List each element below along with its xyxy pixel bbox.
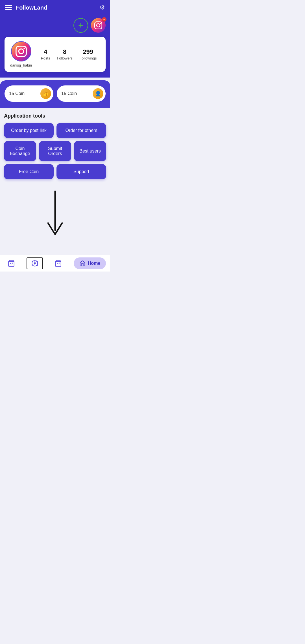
tools-row-1: Order by post link Order for others (4, 123, 106, 138)
hamburger-menu[interactable] (5, 5, 12, 10)
person-coin-icon: 👤 (93, 88, 103, 99)
arrow-section (4, 179, 106, 250)
nav-bag[interactable] (51, 259, 65, 268)
account-buttons-row: − (5, 18, 106, 33)
nav-coin[interactable] (27, 257, 43, 269)
followers-coin-label: 15 Coin (61, 91, 77, 96)
free-coin-button[interactable]: Free Coin (4, 164, 54, 179)
stat-posts: 4 Posts (41, 48, 50, 60)
profile-username: danisg_habin (10, 63, 32, 67)
bottom-navigation: Home (0, 255, 110, 272)
nav-cart[interactable] (4, 259, 18, 268)
nav-home-button[interactable]: Home (74, 257, 106, 269)
support-button[interactable]: Support (56, 164, 106, 179)
stat-followers: 8 Followers (57, 48, 73, 60)
order-others-button[interactable]: Order for others (56, 123, 106, 138)
notification-badge: − (102, 17, 107, 22)
top-section: − danisg_habin 4 Posts 8 Followers 299 (0, 15, 110, 78)
profile-avatar (11, 41, 31, 61)
thumbs-up-coin-icon: 👍 (40, 88, 51, 99)
order-post-link-button[interactable]: Order by post link (4, 123, 54, 138)
arrow-down-icon (44, 191, 66, 241)
nav-home-label: Home (88, 261, 100, 266)
stat-followings: 299 Followings (79, 48, 97, 60)
profile-card: danisg_habin 4 Posts 8 Followers 299 Fol… (5, 37, 106, 72)
coin-exchange-button[interactable]: Coin Exchange (4, 141, 36, 161)
best-users-button[interactable]: Best users (74, 141, 106, 161)
app-header: FollowLand ⚙ (0, 0, 110, 15)
followers-label: Followers (57, 56, 73, 60)
likes-coin-pill[interactable]: 15 Coin 👍 (5, 85, 53, 102)
followers-coin-pill[interactable]: 15 Coin 👤 (57, 85, 106, 102)
followings-label: Followings (79, 56, 97, 60)
followings-count: 299 (83, 48, 93, 56)
profile-avatar-section: danisg_habin (10, 41, 32, 67)
instagram-account-button[interactable]: − (91, 18, 106, 33)
posts-count: 4 (44, 48, 47, 56)
profile-stats: 4 Posts 8 Followers 299 Followings (38, 48, 100, 60)
main-content: Application tools Order by post link Ord… (0, 108, 110, 255)
app-title: FollowLand (16, 5, 47, 11)
tools-section-title: Application tools (4, 113, 106, 119)
followers-count: 8 (63, 48, 66, 56)
likes-coin-label: 15 Coin (9, 91, 25, 96)
posts-label: Posts (41, 56, 50, 60)
coin-section: 15 Coin 👍 15 Coin 👤 (0, 80, 110, 108)
settings-icon[interactable]: ⚙ (99, 4, 105, 11)
header-left: FollowLand (5, 5, 47, 11)
tools-grid: Order by post link Order for others Coin… (4, 123, 106, 179)
tools-row-3: Free Coin Support (4, 164, 106, 179)
add-account-button[interactable] (73, 18, 88, 33)
tools-row-2: Coin Exchange Submit Orders Best users (4, 141, 106, 161)
submit-orders-button[interactable]: Submit Orders (39, 141, 71, 161)
